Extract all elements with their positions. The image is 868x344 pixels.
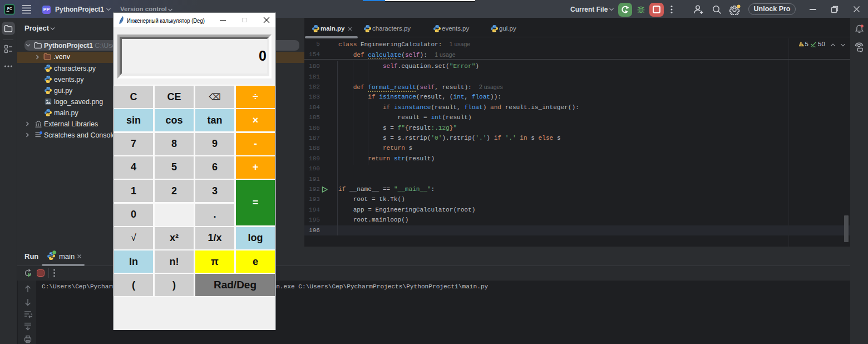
svg-text:PC: PC [7, 7, 12, 11]
